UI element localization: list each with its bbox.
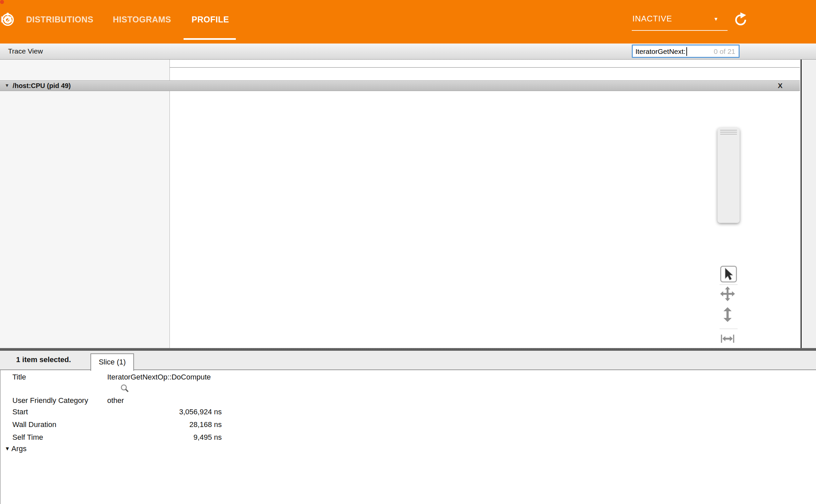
detail-panel-body: Title IteratorGetNextOp::DoCompute User … — [0, 370, 816, 504]
run-status-select[interactable]: INACTIVE ▼ — [632, 11, 728, 31]
trace-view-title: Trace View — [8, 47, 43, 55]
move-icon — [720, 286, 735, 301]
horizontal-pan-tool-button[interactable] — [720, 331, 737, 348]
top-app-bar: HSDISTRIBUTIONSHISTOGRAMSPROFILE INACTIV… — [0, 0, 816, 44]
field-label-wall-duration: Wall Duration — [12, 420, 56, 429]
palette-drag-handle[interactable] — [720, 130, 737, 135]
pan-tool-button[interactable] — [720, 286, 737, 303]
vertical-arrows-icon — [720, 307, 735, 322]
track-label-panel — [0, 60, 170, 348]
process-group-label: /host:CPU (pid 49) — [13, 82, 71, 89]
process-group-bar[interactable]: ▼/host:CPU (pid 49) X — [0, 80, 800, 91]
field-label-self-time: Self Time — [12, 433, 43, 442]
args-header: Args — [11, 444, 26, 453]
selection-summary: 1 item selected. — [16, 355, 71, 364]
search-input[interactable]: IteratorGetNext: 0 of 21 — [632, 45, 740, 58]
collapse-caret-icon[interactable]: ▼ — [5, 83, 9, 88]
search-slice-icon[interactable] — [120, 384, 129, 394]
cursor-icon — [721, 267, 736, 281]
svg-text:?: ? — [5, 16, 10, 24]
select-tool-button[interactable] — [720, 266, 737, 282]
help-icon[interactable]: ? — [0, 12, 15, 27]
run-status-value: INACTIVE — [632, 14, 672, 23]
field-value-start: 3,056,924 ns — [141, 408, 222, 416]
tab-histograms[interactable]: HISTOGRAMS — [113, 15, 171, 24]
args-collapse-caret-icon[interactable]: ▼ — [5, 446, 10, 452]
active-tab-underline — [184, 38, 236, 40]
field-label-category: User Friendly Category — [12, 396, 88, 405]
field-value-title: IteratorGetNextOp::DoCompute — [107, 373, 211, 382]
annotation-highlight-box — [0, 0, 4, 4]
field-value-self-time: 9,495 ns — [141, 433, 222, 442]
tab-distributions[interactable]: DISTRIBUTIONS — [26, 15, 93, 24]
field-value-category: other — [107, 396, 124, 405]
vertical-zoom-tool-button[interactable] — [720, 307, 737, 324]
search-query: IteratorGetNext: — [635, 48, 685, 56]
close-icon[interactable]: X — [778, 82, 783, 90]
tab-slice[interactable]: Slice (1) — [90, 353, 134, 371]
tab-profile[interactable]: PROFILE — [192, 15, 229, 24]
field-label-start: Start — [12, 408, 28, 416]
field-value-wall-duration: 28,168 ns — [141, 420, 222, 429]
tool-sidebar — [801, 60, 816, 348]
trace-canvas[interactable] — [170, 60, 800, 348]
text-caret — [686, 47, 687, 56]
chevron-down-icon: ▼ — [713, 16, 719, 22]
field-label-title: Title — [12, 373, 26, 382]
time-ruler — [170, 60, 800, 68]
tensorboard-profile-page: HSDISTRIBUTIONSHISTOGRAMSPROFILE INACTIV… — [0, 0, 816, 504]
panel-splitter[interactable] — [0, 348, 816, 351]
trace-view-toolbar: Trace View IteratorGetNext: 0 of 21 — [0, 44, 816, 60]
search-result-count: 0 of 21 — [714, 48, 735, 56]
trace-tool-palette — [718, 128, 740, 223]
refresh-icon[interactable] — [733, 12, 748, 27]
select-underline — [632, 30, 728, 31]
horizontal-arrows-icon — [720, 331, 735, 346]
